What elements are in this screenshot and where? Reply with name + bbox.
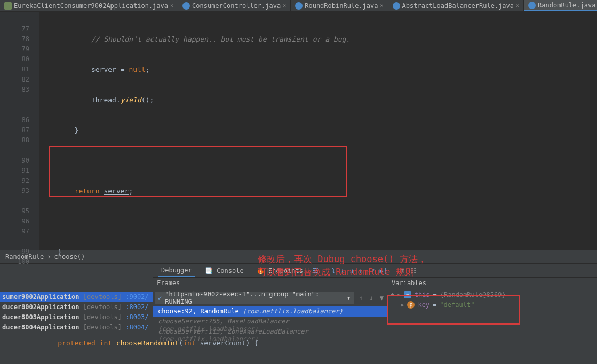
java-icon — [295, 2, 303, 10]
java-icon — [528, 2, 536, 9]
java-icon — [393, 2, 400, 10]
editor-tabs: EurekaClientConsumer9002Application.java… — [0, 0, 597, 12]
annotation-text: 修改后，再次 Dubug choose() 方法， 可以看到已替换成 Rando… — [258, 253, 427, 278]
tab-file[interactable]: AbstractLoadBalancerRule.java× — [388, 0, 524, 11]
highlight-box — [49, 146, 347, 197]
tab-file[interactable]: EurekaClientConsumer9002Application.java… — [0, 0, 178, 11]
close-icon[interactable]: × — [283, 3, 286, 9]
close-icon[interactable]: × — [516, 3, 519, 9]
tab-file[interactable]: ConsumerController.java× — [178, 0, 291, 11]
tab-file[interactable]: RandomRule.java× — [524, 0, 597, 11]
java-icon — [4, 2, 12, 10]
code-area[interactable]: // Shouldn't actually happen.. but must … — [39, 12, 597, 250]
gutter: 77 78 79 80 81 82 83 86 87 88 90 91 92 9… — [0, 12, 39, 250]
highlight-box — [387, 295, 520, 325]
tab-file[interactable]: RoundRobinRule.java× — [291, 0, 388, 11]
code-editor[interactable]: 77 78 79 80 81 82 83 86 87 88 90 91 92 9… — [0, 12, 597, 250]
java-icon — [182, 2, 190, 10]
close-icon[interactable]: × — [380, 3, 384, 9]
close-icon[interactable]: × — [170, 3, 173, 9]
